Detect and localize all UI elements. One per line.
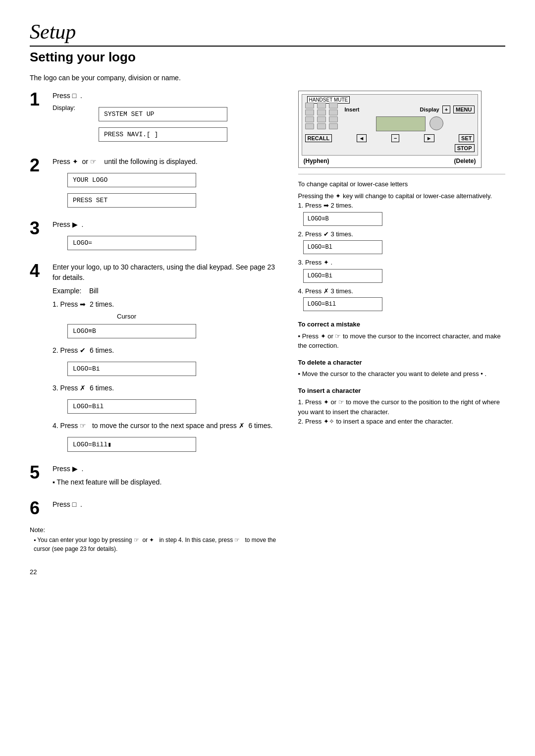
plus-btn: + (442, 106, 450, 113)
fax-diagram: HANDSET MUTE Insert Display + (298, 91, 482, 168)
step-4-sub1-label: 1. Press ➡ 2 times. (53, 299, 283, 310)
insert-label: Insert (345, 107, 360, 112)
fax-circle-1 (429, 116, 443, 130)
step-3: 3 Press ▶ . LOGO= (30, 219, 283, 253)
step-2: 2 Press ✦ or ☞ until the following is di… (30, 157, 283, 211)
display-box-3: LOGO= (67, 236, 196, 250)
left-column: 1 Press □ . Display: SYSTEM SET UP PRESS… (30, 91, 283, 553)
note-section: Note: ▪ You can enter your logo by press… (30, 526, 283, 553)
step-1-text: Press □ . (53, 91, 283, 101)
fax-inner: HANDSET MUTE Insert Display + (302, 94, 478, 156)
right-display-3: LOGO=Bi (303, 269, 382, 283)
stop-btn: STOP (455, 144, 475, 152)
step-4-sub3-label: 3. Press ✗ 6 times. (53, 383, 283, 393)
insert-block: To insert a character 1. Press ✦ or ☞ to… (298, 386, 506, 427)
hyphen-label: (Hyphen) (304, 158, 329, 164)
right-sub1: 1. Press ➡ 2 times. LOGO≡B (298, 201, 506, 227)
note-text: ▪ You can enter your logo by pressing ☞ … (34, 536, 283, 553)
step-4-text: Enter your logo, up to 30 characters, us… (53, 262, 283, 283)
fax-row4: STOP (305, 144, 475, 152)
note-title: Note: (30, 526, 283, 534)
delete-label: (Delete) (454, 158, 476, 164)
display-box-4a: LOGO≡B (67, 324, 196, 338)
intro-text: The logo can be your company, division o… (30, 74, 505, 82)
correct-text: ▪ Press ✦ or ☞ to move the cursor to the… (298, 331, 506, 351)
page-number: 22 (30, 568, 505, 576)
fax-row3: RECALL ◄ − ► SET (305, 134, 475, 142)
step-number-3: 3 (30, 219, 48, 237)
set-btn: SET (459, 134, 474, 142)
step-number-1: 1 (30, 91, 48, 108)
insert-title: To insert a character (298, 386, 506, 396)
display-box-1a: SYSTEM SET UP (99, 107, 227, 121)
right-display-1: LOGO≡B (303, 212, 382, 226)
right-sub4-label: 4. Press ✗ 3 times. (298, 286, 506, 296)
right-sub3: 3. Press ✦ . LOGO=Bi (298, 258, 506, 284)
step-4-sub4-label: 4. Press ☞ to move the cursor to the nex… (53, 421, 283, 431)
step-4-example: Example: Bill (53, 286, 283, 296)
cursor-label: Cursor (117, 313, 283, 320)
step-number-5: 5 (30, 464, 48, 482)
right-sub3-label: 3. Press ✦ . (298, 258, 506, 268)
right-display-4: LOGO=Bil (303, 297, 382, 311)
display-box-2b: PRESS SET (67, 193, 196, 208)
step-6-text: Press □ . (53, 499, 283, 510)
step-5-text: Press ▶ . (53, 464, 283, 474)
correct-title: To correct a mistake (298, 320, 506, 329)
display-diagram-label: Display (420, 107, 439, 112)
display-box-1b: PRESS NAVI.[ ] (99, 127, 227, 142)
keypad-grid (305, 103, 340, 129)
change-case-title: To change capital or lower-case letters (298, 179, 506, 189)
left-btn: ◄ (357, 134, 367, 142)
right-sub2-label: 2. Press ✔ 3 times. (298, 229, 506, 239)
delete-text: ▪ Move the cursor to the character you w… (298, 369, 506, 379)
correct-block: To correct a mistake ▪ Press ✦ or ☞ to m… (298, 320, 506, 351)
step-number-2: 2 (30, 157, 48, 174)
page-title: Setup (30, 20, 505, 47)
fax-row1: Insert Display + MENU (305, 106, 475, 113)
step-number-6: 6 (30, 499, 48, 517)
display-box-2a: YOUR LOGO (67, 173, 196, 187)
right-sub1-label: 1. Press ➡ 2 times. (298, 201, 506, 211)
insert-step1: 1. Press ✦ or ☞ to move the cursor to th… (298, 397, 506, 417)
step-2-text: Press ✦ or ☞ until the following is disp… (53, 157, 283, 167)
right-display-2: LOGO=Bl (303, 240, 382, 254)
fax-display-area (376, 116, 426, 131)
divider (298, 174, 506, 174)
step-4: 4 Enter your logo, up to 30 characters, … (30, 262, 283, 455)
right-sub4: 4. Press ✗ 3 times. LOGO=Bil (298, 286, 506, 313)
step-number-4: 4 (30, 262, 48, 280)
menu-btn: MENU (453, 106, 474, 113)
diagram-caption-row: (Hyphen) (Delete) (302, 158, 478, 164)
delete-title: To delete a character (298, 358, 506, 368)
step-1: 1 Press □ . Display: SYSTEM SET UP PRESS… (30, 91, 283, 148)
step-6: 6 Press □ . (30, 499, 283, 517)
step-4-sub2-label: 2. Press ✔ 6 times. (53, 345, 283, 356)
recall-btn: RECALL (305, 134, 332, 142)
right-instructions: To change capital or lower-case letters … (298, 179, 506, 427)
minus-btn: − (391, 134, 399, 142)
display-box-4b: LOGO=Bi (67, 362, 196, 376)
delete-block: To delete a character ▪ Move the cursor … (298, 358, 506, 379)
insert-step2: 2. Press ✦✧ to insert a space and enter … (298, 417, 506, 427)
right-column: HANDSET MUTE Insert Display + (298, 91, 506, 553)
display-label-1: Display: (53, 104, 80, 111)
change-case-text: Pressing the ✦ key will change to capita… (298, 191, 506, 201)
display-box-4d: LOGO=Bill▮ (67, 437, 196, 452)
step-5: 5 Press ▶ . ▪ The next feature will be d… (30, 464, 283, 490)
step-3-text: Press ▶ . (53, 219, 283, 230)
step-5-sub: ▪ The next feature will be displayed. (53, 477, 283, 487)
change-case-block: To change capital or lower-case letters … (298, 179, 506, 313)
section-title: Setting your logo (30, 50, 505, 65)
display-box-4c: LOGO=Bil (67, 399, 196, 414)
right-btn: ► (424, 134, 434, 142)
right-sub2: 2. Press ✔ 3 times. LOGO=Bl (298, 229, 506, 256)
